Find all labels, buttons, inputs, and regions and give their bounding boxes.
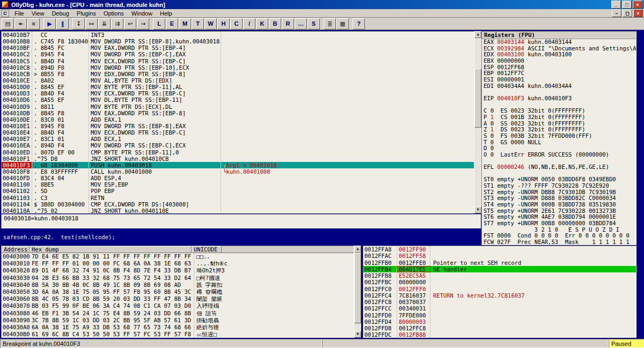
- disasm-row[interactable]: 004010EA. 894D F4MOV DWORD PTR SS:[EBP-C…: [2, 142, 474, 149]
- registers-pane[interactable]: Registers (FPU) EAX 00403144 kuhn.004031…: [481, 31, 636, 245]
- disasm-row[interactable]: 004010B7 CCINT3: [2, 32, 474, 38]
- register-line[interactable]: ST4 empty -UNORM 000B 03BDD738 03519830: [482, 202, 636, 208]
- register-line[interactable]: C 0 ES 0023 32bit 0(FFFFFFFF): [482, 108, 636, 114]
- register-line[interactable]: ST7 empty +UNORM 00B8 00000000 03BDD784: [482, 220, 636, 227]
- menu-item-window[interactable]: Window: [128, 10, 156, 17]
- register-line[interactable]: EDX 00403100 kuhn.00403100: [482, 51, 636, 58]
- disasm-row[interactable]: 00401103. C3RETN: [2, 195, 474, 201]
- register-line[interactable]: ST6 empty +UNORM 4AE7 03BDD794 0000001E: [482, 214, 636, 220]
- stack-row[interactable]: 0012FFD480000003: [363, 319, 636, 325]
- call-stack-button[interactable]: K: [256, 18, 268, 29]
- register-line[interactable]: ST5 empty +UNORM 2E61 7C930228 0013273B: [482, 208, 636, 214]
- scrollbar-thumb[interactable]: [354, 253, 361, 323]
- disasm-row[interactable]: 004010F1.^75 D8JNZ SHORT kuhn.004010CB: [2, 156, 474, 162]
- stack-row[interactable]: 0012FFCC00340031: [363, 305, 636, 312]
- references-button[interactable]: R: [282, 18, 294, 29]
- scroll-up-icon[interactable]: ▲: [354, 246, 361, 253]
- scroll-up-icon[interactable]: ▲: [474, 31, 481, 38]
- close-program-button[interactable]: ×: [27, 18, 40, 29]
- register-line[interactable]: EDI 004034A4 kuhn.004034A4: [482, 83, 636, 90]
- dump-row[interactable]: 0040308046 EB F1 3B 54 24 1C 75 E4 8B 59…: [2, 310, 354, 317]
- restart-button[interactable]: ↞: [14, 18, 27, 29]
- register-line[interactable]: ESI 00000001: [482, 77, 636, 83]
- stack-row[interactable]: 0012FFD07FFDE000: [363, 312, 636, 319]
- disasm-row[interactable]: 004010E1. 8945 F8MOV DWORD PTR SS:[EBP-8…: [2, 123, 474, 129]
- disassembly-scrollbar[interactable]: ▲ ▼: [474, 31, 481, 213]
- menu-item-debug[interactable]: Debug: [48, 10, 72, 17]
- stack-row[interactable]: 0012FFA80012FF90: [363, 246, 636, 253]
- disasm-row[interactable]: 004010D9. 8811MOV BYTE PTR DS:[ECX],DL: [2, 103, 474, 110]
- disasm-row[interactable]: 004010CB> 8B55 F8MOV EDX,DWORD PTR SS:[E…: [2, 71, 474, 77]
- register-line[interactable]: [482, 89, 636, 95]
- stack-row[interactable]: 0012FFBC00000000: [363, 279, 636, 285]
- mdi-minimize-button[interactable]: −: [612, 9, 621, 17]
- dump-pane[interactable]: Address Hex dump UNICODE 004030007D E4 6…: [1, 246, 354, 338]
- dump-row[interactable]: 00403070BB 03 F5 99 0F BE 06 3A C4 74 08…: [2, 302, 354, 309]
- dump-row[interactable]: 004030007D E4 6E E5 82 1B 91 11 FF FF FF…: [2, 253, 354, 260]
- register-line[interactable]: ST3 empty -UNORM D888 03BDD82C C0000034: [482, 195, 636, 202]
- register-line[interactable]: [482, 171, 636, 177]
- stack-row[interactable]: 0012FFC800370037: [363, 299, 636, 305]
- disasm-row[interactable]: 004010F3. 68 18304000PUSH kuhn.00403018┌…: [2, 162, 474, 168]
- dump-header-address[interactable]: Address: [2, 246, 30, 253]
- register-line[interactable]: P 1 CS 001B 32bit 0(FFFFFFFF): [482, 114, 636, 121]
- threads-button[interactable]: T: [192, 18, 204, 29]
- disassembly-pane[interactable]: 004010B7 CCINT3004010B8. C745 F8 1830400…: [1, 31, 474, 213]
- register-line[interactable]: [482, 158, 636, 164]
- menu-item-plugins[interactable]: Plugins: [73, 10, 100, 17]
- register-line[interactable]: Z 1 DS 0023 32bit 0(FFFFFFFF): [482, 127, 636, 133]
- menu-item-options[interactable]: Options: [100, 10, 128, 17]
- menu-item-file[interactable]: File: [11, 10, 28, 17]
- scroll-down-icon[interactable]: ▼: [354, 331, 361, 338]
- dump-header-unicode[interactable]: UNICODE: [192, 246, 222, 253]
- stack-row[interactable]: 0012FFB8E52EC5A5: [363, 272, 636, 279]
- disasm-row[interactable]: 004010F8. E8 03FFFFFFCALL kuhn.00401000└…: [2, 168, 474, 175]
- log-button[interactable]: L: [153, 18, 165, 29]
- dump-row[interactable]: 004030903C 7B 8B 59 1C 03 DD 03 2C BB 95…: [2, 317, 354, 324]
- maximize-button[interactable]: □: [622, 1, 632, 9]
- appearance-button[interactable]: ≣: [324, 18, 336, 29]
- disasm-row[interactable]: 004010BF. 8B45 FCMOV EAX,DWORD PTR SS:[E…: [2, 45, 474, 51]
- source-button[interactable]: S: [308, 18, 320, 29]
- register-line[interactable]: ECX 00392984 ASCII "\Documents and Setti…: [482, 46, 636, 52]
- mdi-close-button[interactable]: ×: [633, 9, 643, 17]
- dump-row[interactable]: 004030B061 69 6C 8B C4 53 50 50 53 FF 57…: [2, 331, 354, 338]
- mdi-restore-button[interactable]: ◻: [623, 9, 632, 17]
- menu-item-help[interactable]: Help: [156, 10, 176, 17]
- close-button[interactable]: ×: [633, 1, 642, 9]
- dump-scrollbar[interactable]: ▲ ▼: [354, 246, 361, 338]
- dump-row[interactable]: 0040303004 2B E3 66 BB 33 32 68 75 73 65…: [2, 275, 354, 282]
- dump-row[interactable]: 004030608B 4C 05 78 03 CD 8B 59 20 03 DD…: [2, 295, 354, 302]
- register-line[interactable]: ST2 empty -UNORM DBB8 7C9301DB 7C93019B: [482, 189, 636, 196]
- dump-row[interactable]: 004030408B 5A 30 8B 4B 0C 8B 49 1C 8B 09…: [2, 282, 354, 288]
- scrollbar-thumb[interactable]: [474, 69, 481, 128]
- register-line[interactable]: ST0 empty +UNORM 0050 03BDD6F8 0349EBD0: [482, 176, 636, 183]
- disasm-row[interactable]: 004010D6. 8A55 EFMOV DL,BYTE PTR SS:[EBP…: [2, 97, 474, 103]
- register-line[interactable]: EFL 00000246 (NO,NB,E,BE,NS,PE,GE,LE): [482, 164, 636, 171]
- windows-button[interactable]: W: [204, 18, 217, 29]
- disasm-row[interactable]: 004010B8. C745 F8 18304000MOV DWORD PTR …: [2, 38, 474, 45]
- register-line[interactable]: A 0 SS 0023 32bit 0(FFFFFFFF): [482, 121, 636, 127]
- disasm-row[interactable]: 004010FD. 83C4 04ADD ESP,4: [2, 175, 474, 181]
- patches-button[interactable]: /: [243, 18, 255, 29]
- register-line[interactable]: EAX 00403144 kuhn.00403144: [482, 39, 636, 46]
- menu-item-view[interactable]: View: [28, 10, 48, 17]
- stack-row[interactable]: 0012FFC47C816037RETURN to kernel32.7C816…: [363, 292, 636, 299]
- stack-row[interactable]: 0012FFB00012FFE0Pointer to next SEH reco…: [363, 260, 636, 266]
- disasm-row[interactable]: 004010D0. 8845 EFMOV BYTE PTR SS:[EBP-11…: [2, 84, 474, 90]
- dump-row[interactable]: 004030A06A 0A 38 1E 75 A9 33 DB 53 68 77…: [2, 324, 354, 331]
- handles-button[interactable]: H: [217, 18, 230, 29]
- step-over-button[interactable]: ↦: [85, 18, 98, 29]
- help-button[interactable]: ?: [353, 18, 365, 29]
- windows-list-button[interactable]: ▦: [336, 18, 349, 29]
- disasm-row[interactable]: 004010C2. 8945 F4MOV DWORD PTR SS:[EBP-C…: [2, 51, 474, 57]
- disasm-row[interactable]: 00401100. 8BE5MOV ESP,EBP: [2, 181, 474, 188]
- scroll-down-icon[interactable]: ▼: [474, 206, 481, 213]
- disasm-row[interactable]: 004010CE. 8A02MOV AL,BYTE PTR DS:[EDX]: [2, 77, 474, 84]
- disasm-row[interactable]: 004010C8. 894D F0MOV DWORD PTR SS:[EBP-1…: [2, 64, 474, 71]
- disasm-row[interactable]: 00401102. 5DPOP EBP: [2, 188, 474, 194]
- disasm-row[interactable]: 004010E4. 8B4D F4MOV ECX,DWORD PTR SS:[E…: [2, 129, 474, 136]
- register-line[interactable]: EBX 00000000: [482, 58, 636, 64]
- disasm-row[interactable]: 004010DE. 83C0 01ADD EAX,1: [2, 116, 474, 123]
- disasm-row[interactable]: 004010DB. 8B45 F8MOV EAX,DWORD PTR SS:[E…: [2, 110, 474, 116]
